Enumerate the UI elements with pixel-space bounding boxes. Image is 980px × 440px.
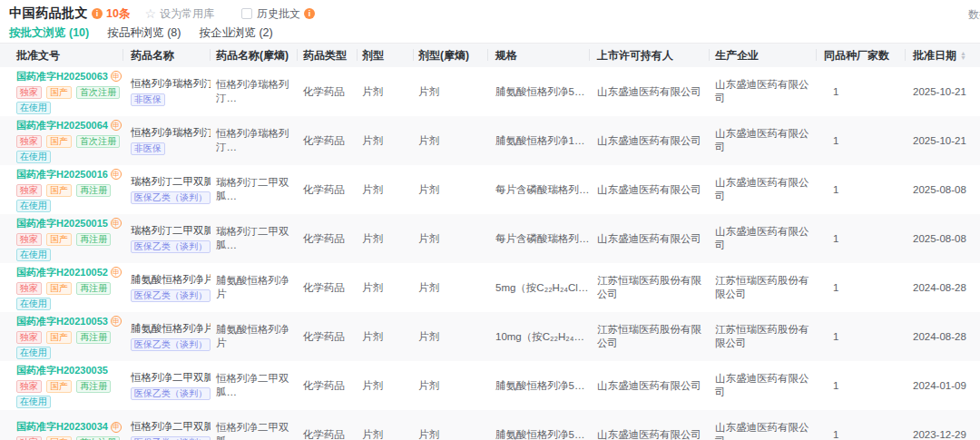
approval-date: 2025-10-21	[906, 116, 980, 165]
drug-name: 恒格列净二甲双胍…	[131, 420, 211, 433]
license-holder: 山东盛迪医药有限公司	[590, 116, 710, 165]
drug-type: 化学药品	[298, 67, 358, 116]
star-icon: ☆	[144, 8, 156, 19]
insurance-tag: 非医保	[131, 142, 165, 155]
column-header-label: 批准文号	[16, 48, 60, 64]
approval-number-link[interactable]: 国药准字H20210052	[16, 266, 108, 279]
application-badge-icon[interactable]: 申	[111, 71, 122, 82]
status-tag: 独家	[16, 184, 42, 197]
license-holder: 山东盛迪医药有限公司	[590, 361, 710, 410]
corner-clipped-text[interactable]: 数据	[968, 7, 980, 23]
approval-number-link[interactable]: 国药准字H20230035	[16, 364, 108, 377]
dosage-form-std: 片剂	[414, 410, 488, 440]
set-favorite-button[interactable]: ☆ 设为常用库	[144, 6, 214, 22]
license-holder: 山东盛迪医药有限公司	[590, 410, 710, 440]
license-holder: 山东盛迪医药有限公司	[590, 67, 710, 116]
column-header: 批准文号	[0, 44, 123, 67]
table-header-row: 批准文号药品名称药品名称(摩熵)药品类型剂型剂型(摩熵)规格上市许可持有人生产企…	[0, 44, 980, 67]
application-badge-icon[interactable]: 申	[111, 120, 122, 131]
table-row[interactable]: 国药准字H20210053 申 独家国产再注册在使用 脯氨酸恒格列净片 医保乙类…	[0, 312, 980, 361]
dosage-form: 片剂	[358, 410, 414, 440]
drug-type: 化学药品	[298, 410, 358, 440]
column-header: 药品名称	[123, 44, 211, 67]
dosage-form-std: 片剂	[414, 263, 488, 312]
specification: 脯氨酸恒格列净5…	[488, 361, 590, 410]
insurance-tag: 医保乙类（谈判）	[131, 436, 211, 440]
approval-date: 2025-10-21	[906, 67, 980, 116]
dosage-form: 片剂	[358, 312, 414, 361]
insurance-tag: 医保乙类（谈判）	[131, 240, 211, 253]
status-tag: 首次注册	[76, 86, 120, 99]
status-tags: 独家国产再注册在使用	[16, 331, 122, 359]
sort-icon[interactable]: ▲▼	[960, 51, 966, 60]
approval-number-link[interactable]: 国药准字H20210053	[16, 315, 108, 328]
status-tag: 在使用	[16, 396, 51, 408]
table-row[interactable]: 国药准字H20250015 申 独家国产再注册在使用 瑞格列汀二甲双胍… 医保乙…	[0, 214, 980, 263]
drug-name: 恒格列净瑞格列汀…	[131, 77, 211, 90]
status-tags: 独家国产首次注册在使用	[16, 86, 122, 114]
application-badge-icon[interactable]: 申	[111, 316, 122, 327]
dosage-form: 片剂	[358, 67, 414, 116]
history-checkbox[interactable]	[241, 8, 252, 19]
table-row[interactable]: 国药准字H20250016 申 独家国产再注册在使用 瑞格列汀二甲双胍… 医保乙…	[0, 165, 980, 214]
column-header-label: 同品种厂家数	[824, 48, 889, 64]
status-tag: 国产	[46, 331, 72, 344]
specification: 每片含磷酸瑞格列…	[488, 214, 590, 263]
approval-date: 2024-01-09	[906, 361, 980, 410]
approval-number-link[interactable]: 国药准字H20250015	[16, 217, 108, 230]
manufacturer: 江苏恒瑞医药股份有限公司	[710, 312, 817, 361]
application-badge-icon[interactable]: 申	[111, 169, 122, 180]
column-header: 批准日期▲▼	[906, 44, 980, 67]
insurance-tag: 医保乙类（谈判）	[131, 289, 211, 302]
table-row[interactable]: 国药准字H20210052 申 独家国产再注册在使用 脯氨酸恒格列净片 医保乙类…	[0, 263, 980, 312]
same-variety-count: 1	[817, 361, 906, 410]
status-tag: 国产	[46, 436, 72, 440]
table-row[interactable]: 国药准字H20230034 申 独家国产首次注册 恒格列净二甲双胍… 医保乙类（…	[0, 410, 980, 440]
info-icon[interactable]: i	[92, 8, 103, 19]
approval-number-link[interactable]: 国药准字H20250016	[16, 168, 108, 181]
approval-number-link[interactable]: 国药准字H20250063	[16, 70, 108, 83]
status-tag: 首次注册	[76, 436, 120, 440]
status-tags: 独家国产再注册在使用	[16, 282, 122, 310]
table-row[interactable]: 国药准字H20230035 独家国产再注册在使用 恒格列净二甲双胍… 医保乙类（…	[0, 361, 980, 410]
history-label: 历史批文	[257, 6, 300, 22]
column-header: 剂型	[358, 44, 414, 67]
tab-1[interactable]: 按品种浏览 (8)	[107, 25, 181, 41]
approval-number-link[interactable]: 国药准字H20230034	[16, 420, 108, 434]
info-icon[interactable]: i	[304, 8, 315, 19]
drug-name: 瑞格列汀二甲双胍…	[131, 224, 211, 237]
status-tag: 再注册	[76, 380, 111, 393]
same-variety-count: 1	[817, 263, 906, 312]
status-tag: 在使用	[16, 347, 51, 359]
approval-date: 2024-08-28	[906, 263, 980, 312]
dosage-form: 片剂	[358, 116, 414, 165]
status-tag: 在使用	[16, 249, 51, 261]
drug-name-std: 恒格列净二甲双胍…	[211, 410, 298, 440]
table-row[interactable]: 国药准字H20250063 申 独家国产首次注册在使用 恒格列净瑞格列汀… 非医…	[0, 67, 980, 116]
set-favorite-label: 设为常用库	[160, 6, 214, 22]
manufacturer: 山东盛迪医药有限公司	[710, 67, 817, 116]
license-holder: 江苏恒瑞医药股份有限公司	[590, 312, 710, 361]
column-header: 上市许可持有人	[590, 44, 710, 67]
tab-0[interactable]: 按批文浏览 (10)	[9, 25, 89, 41]
drug-name-std: 恒格列净二甲双胍…	[211, 361, 298, 410]
application-badge-icon[interactable]: 申	[111, 422, 122, 433]
status-tag: 再注册	[76, 184, 111, 197]
insurance-tag: 医保乙类（谈判）	[131, 338, 211, 351]
column-header-label: 剂型	[362, 48, 384, 64]
drug-type: 化学药品	[298, 361, 358, 410]
status-tag: 在使用	[16, 200, 51, 212]
status-tag: 独家	[16, 233, 42, 246]
approval-number-link[interactable]: 国药准字H20250064	[16, 119, 108, 132]
drug-type: 化学药品	[298, 165, 358, 214]
drug-name: 脯氨酸恒格列净片	[131, 322, 211, 335]
table-row[interactable]: 国药准字H20250064 申 独家国产首次注册在使用 恒格列净瑞格列汀… 非医…	[0, 116, 980, 165]
status-tag: 在使用	[16, 102, 51, 114]
column-header: 药品名称(摩熵)	[211, 44, 298, 67]
column-header: 同品种厂家数	[817, 44, 906, 67]
application-badge-icon[interactable]: 申	[111, 267, 122, 278]
application-badge-icon[interactable]: 申	[111, 218, 122, 229]
tab-2[interactable]: 按企业浏览 (2)	[199, 25, 272, 41]
drug-name-std: 瑞格列汀二甲双胍…	[211, 214, 298, 263]
dosage-form: 片剂	[358, 263, 414, 312]
